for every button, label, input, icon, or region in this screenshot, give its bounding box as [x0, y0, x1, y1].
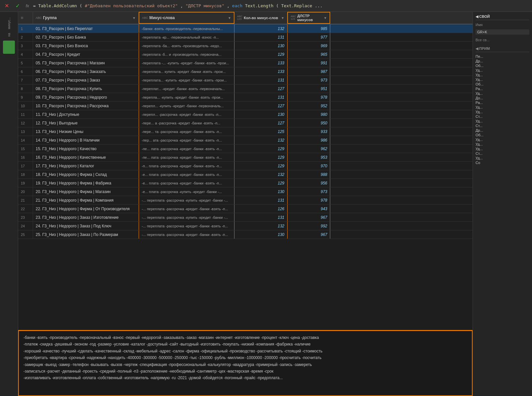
cell-dlstr: 962 [287, 145, 330, 153]
table-row[interactable]: 101. ГЗ_Рассроч | Без Переплат-банки -вз… [18, 24, 473, 33]
table-row[interactable]: 505. ГЗ_Рассроч | Рассрочка | Магазин-пе… [18, 59, 473, 67]
table-row[interactable]: 2222. ГЗ_Низ | Недорого | Фирма | От Про… [18, 205, 473, 213]
right-example-item[interactable]: Об... [476, 82, 529, 86]
cell-dlstr: 965 [287, 50, 330, 58]
cell-minus: -переплат... -кредит -банки -взять -перв… [139, 84, 234, 93]
col-header-count[interactable]: АВС123 Кол-во минус-слов ▼ [234, 12, 287, 24]
right-example-item[interactable]: Уд... [476, 77, 529, 82]
right-examples-list: Пе...Др...Об...Уд...Уд...Уд...Об...Ра...… [476, 54, 529, 165]
cell-group: 21. ГЗ_Низ | Недорого | Фирма | Компания [33, 196, 139, 204]
table-row[interactable]: 707. ГЗ_Рассроч | Рассрочка | Заказ-пере… [18, 76, 473, 84]
table-row[interactable]: 303. ГЗ_Рассроч | Без Взноса-переплата -… [18, 42, 473, 50]
col-group-type-icon: АВС [36, 16, 42, 19]
cell-row-num: 6 [18, 67, 33, 76]
table-row[interactable]: 1313. ГЗ_Низ | Низкие Цены-пере... та -р… [18, 127, 473, 136]
col-group-dropdown-icon[interactable]: ▼ [132, 16, 136, 20]
col-minus-type-icon: АВС [142, 16, 148, 19]
table-row[interactable]: 909. ГЗ_Рассроч | Рассрочка | Недорого-п… [18, 93, 473, 102]
table-row[interactable]: 1010. ГЗ_Рассроч | Рассрочка | Рассрочка… [18, 102, 473, 110]
cell-dlstr: 977 [287, 33, 330, 41]
sidebar-text: минус... [7, 17, 11, 29]
cell-dlstr: 967 [287, 213, 330, 221]
cell-row-num: 11 [18, 110, 33, 118]
right-example-item[interactable]: Уд... [476, 73, 529, 77]
cell-minus: -пере... а -рассрочка -кредит -банки -вз… [139, 119, 234, 127]
right-example-item[interactable]: Ра... [476, 100, 529, 105]
cell-group: 15. ГЗ_Низ | Недорого | Качество [33, 145, 139, 153]
cell-row-num: 20 [18, 187, 33, 196]
table-row[interactable]: 2323. ГЗ_Низ | Недорого | Заказ | Изгото… [18, 213, 473, 222]
table-row[interactable]: 2525. ГЗ_Низ | Недорого | Заказ | По Раз… [18, 230, 473, 239]
table-row[interactable]: 2424. ГЗ_Низ | Недорого | Заказ | Под Кл… [18, 222, 473, 230]
right-example-item[interactable]: Ст... [476, 123, 529, 128]
right-all-label: Все св... [476, 38, 529, 42]
table-row[interactable]: 202. ГЗ_Рассроч | Без Банка-переплата -к… [18, 33, 473, 42]
table-row[interactable]: 1616. ГЗ_Низ | Недорого | Качественные-п… [18, 153, 473, 162]
cell-minus: -... переплата -рассрочка -купить -креди… [139, 196, 234, 204]
right-example-item[interactable]: Ст... [476, 151, 529, 156]
right-example-item[interactable]: До... [476, 96, 529, 100]
cell-minus: -е... плата -рассрочка -кредит -банки -в… [139, 170, 234, 179]
cell-group: 19. ГЗ_Низ | Недорого | Фирма | Фабрика [33, 179, 139, 187]
cell-minus: -перепла... -купить -кредит -банки -взят… [139, 93, 234, 101]
cell-row-num: 17 [18, 162, 33, 170]
table-row[interactable]: 404. ГЗ_Рассроч | Кредит-переплата -б...… [18, 50, 473, 59]
col-dlstr-label: ДЛСТР минусов [297, 14, 322, 22]
table-row[interactable]: 1818. ГЗ_Низ | Недорого | Фирма | Склад-… [18, 170, 473, 179]
cancel-button[interactable]: ✕ [3, 2, 11, 10]
right-example-item[interactable]: Co [476, 160, 529, 165]
right-example-item[interactable]: Уд... [476, 137, 529, 142]
right-example-item[interactable]: Уд... [476, 110, 529, 114]
right-example-item[interactable]: Ст... [476, 114, 529, 119]
formula-input[interactable]: = Table.AddColumn ( #"Добавлен пользоват… [33, 3, 529, 8]
cell-row-num: 8 [18, 84, 33, 93]
cell-minus: -перепл... -купить -кредит -банки -перво… [139, 102, 234, 110]
table-body[interactable]: 101. ГЗ_Рассроч | Без Переплат-банки -вз… [18, 24, 473, 330]
cell-group: 04. ГЗ_Рассроч | Кредит [33, 50, 139, 58]
col-count-dropdown-icon[interactable]: ▼ [281, 16, 284, 20]
cell-minus: -переплата -... -купить -кредит -банки -… [139, 59, 234, 67]
preview-line: -хороший -качество -лучший -сделать -кач… [23, 348, 467, 354]
cell-row-num: 15 [18, 145, 33, 153]
preview-line: -изготавливать -изготовленный -оплата -с… [23, 375, 467, 381]
right-example-item[interactable]: Уд... [476, 119, 529, 123]
right-example-item[interactable]: Об... [476, 63, 529, 68]
right-example-item[interactable]: Уд... [476, 142, 529, 147]
right-example-item[interactable]: Др... [476, 128, 529, 133]
table-row[interactable]: 1515. ГЗ_Низ | Недорого | Качество-пе...… [18, 145, 473, 153]
table-row[interactable]: 1919. ГЗ_Низ | Недорого | Фирма | Фабрик… [18, 179, 473, 187]
cell-group: 14. ГЗ_Низ | Недорого | В Наличии [33, 136, 139, 144]
right-example-item[interactable]: Уд... [476, 68, 529, 73]
table-row[interactable]: 2121. ГЗ_Низ | Недорого | Фирма | Компан… [18, 196, 473, 205]
table-row[interactable]: 1414. ГЗ_Низ | Недорого | В Наличии-пер.… [18, 136, 473, 145]
col-header-minus[interactable]: АВС Минус-слова ▼ [139, 12, 234, 24]
col-minus-dropdown-icon[interactable]: ▼ [228, 16, 231, 20]
cell-group: 02. ГЗ_Рассроч | Без Банка [33, 33, 139, 41]
cell-minus: -пе... лата -рассрочка -кредит -банки -в… [139, 145, 234, 153]
right-example-item[interactable]: Др... [476, 59, 529, 63]
table-row[interactable]: 1717. ГЗ_Низ | Недорого | Каталог-п... п… [18, 162, 473, 170]
table-row[interactable]: 1212. ГЗ_Низ | Выгодные-пере... а -расср… [18, 119, 473, 127]
col-header-group[interactable]: АВС Группа ▼ [33, 12, 139, 24]
cell-dlstr: 970 [287, 162, 330, 170]
right-example-item[interactable]: Пе... [476, 54, 529, 59]
right-example-item[interactable]: Уд... [476, 105, 529, 110]
cell-group: 18. ГЗ_Низ | Недорого | Фирма | Склад [33, 170, 139, 179]
confirm-button[interactable]: ✓ [14, 2, 22, 10]
cell-group: 12. ГЗ_Низ | Выгодные [33, 119, 139, 127]
table-row[interactable]: 606. ГЗ_Рассроч | Рассрочка | Заказать-п… [18, 67, 473, 76]
right-example-item[interactable]: Об... [476, 133, 529, 137]
right-example-item[interactable]: Уд... [476, 156, 529, 160]
cell-row-num: 14 [18, 136, 33, 144]
table-row[interactable]: 2020. ГЗ_Низ | Недорого | Фирма | Магази… [18, 187, 473, 196]
right-example-item[interactable]: Уд... [476, 91, 529, 96]
right-example-item[interactable]: Ра... [476, 86, 529, 91]
sidebar-green-block [3, 41, 15, 54]
cell-dlstr: 980 [287, 110, 330, 118]
col-header-dlstr[interactable]: АВС123 ДЛСТР минусов ▼ [287, 12, 330, 24]
cell-minus: -переплата -ба... -взять -производитель … [139, 42, 234, 50]
right-example-item[interactable]: Уд... [476, 147, 529, 151]
col-dlstr-dropdown-icon[interactable]: ▼ [324, 16, 327, 20]
table-row[interactable]: 808. ГЗ_Рассроч | Рассрочка | Купить-пер… [18, 84, 473, 93]
table-row[interactable]: 1111. ГЗ_Низ | Доступные-перепл... -расс… [18, 110, 473, 119]
